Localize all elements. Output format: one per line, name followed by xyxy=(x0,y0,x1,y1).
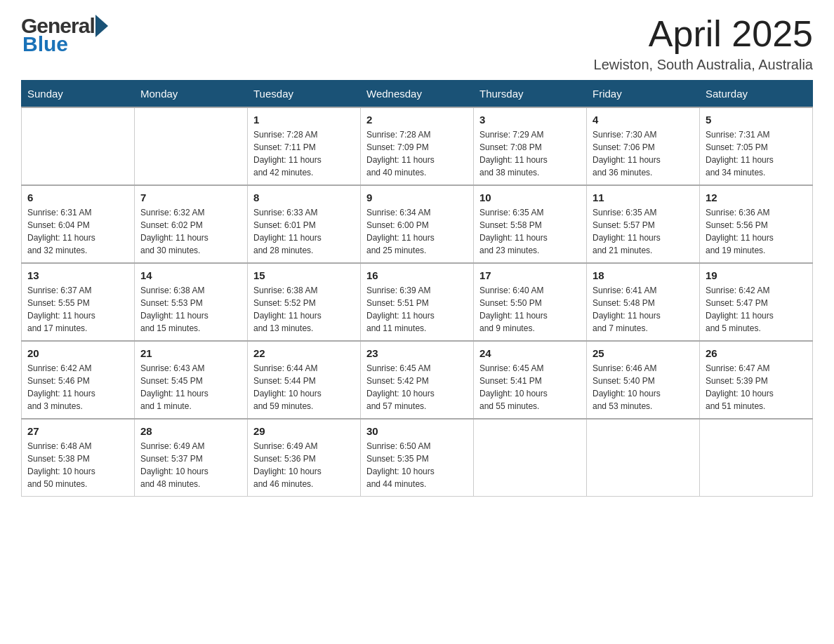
day-info: Sunrise: 6:38 AMSunset: 5:52 PMDaylight:… xyxy=(253,284,355,335)
calendar-cell xyxy=(700,419,813,497)
calendar-cell: 17Sunrise: 6:40 AMSunset: 5:50 PMDayligh… xyxy=(474,263,587,341)
day-info: Sunrise: 6:42 AMSunset: 5:47 PMDaylight:… xyxy=(706,284,807,335)
day-info: Sunrise: 6:37 AMSunset: 5:55 PMDaylight:… xyxy=(27,284,128,335)
day-number: 23 xyxy=(366,347,468,359)
calendar-cell: 26Sunrise: 6:47 AMSunset: 5:39 PMDayligh… xyxy=(700,341,813,419)
calendar-cell: 24Sunrise: 6:45 AMSunset: 5:41 PMDayligh… xyxy=(474,341,587,419)
day-number: 9 xyxy=(366,192,468,203)
logo-blue-text: Blue xyxy=(21,32,108,56)
week-row-3: 20Sunrise: 6:42 AMSunset: 5:46 PMDayligh… xyxy=(22,341,813,419)
day-info: Sunrise: 6:35 AMSunset: 5:57 PMDaylight:… xyxy=(593,206,694,257)
month-title: April 2025 xyxy=(594,14,813,54)
calendar-cell: 30Sunrise: 6:50 AMSunset: 5:35 PMDayligh… xyxy=(361,419,474,497)
calendar-cell: 19Sunrise: 6:42 AMSunset: 5:47 PMDayligh… xyxy=(700,263,813,341)
day-info: Sunrise: 6:46 AMSunset: 5:40 PMDaylight:… xyxy=(593,362,694,412)
day-info: Sunrise: 6:41 AMSunset: 5:48 PMDaylight:… xyxy=(593,284,694,335)
calendar-cell: 12Sunrise: 6:36 AMSunset: 5:56 PMDayligh… xyxy=(700,185,813,263)
day-number: 20 xyxy=(27,347,128,359)
day-number: 7 xyxy=(140,192,241,203)
day-number: 11 xyxy=(593,192,694,203)
day-number: 18 xyxy=(593,269,694,281)
col-monday: Monday xyxy=(135,81,248,108)
week-row-1: 6Sunrise: 6:31 AMSunset: 6:04 PMDaylight… xyxy=(22,185,813,263)
calendar-cell xyxy=(22,107,135,185)
calendar-cell: 28Sunrise: 6:49 AMSunset: 5:37 PMDayligh… xyxy=(135,419,248,497)
calendar-cell: 25Sunrise: 6:46 AMSunset: 5:40 PMDayligh… xyxy=(587,341,700,419)
week-row-4: 27Sunrise: 6:48 AMSunset: 5:38 PMDayligh… xyxy=(22,419,813,497)
day-number: 14 xyxy=(140,269,241,281)
day-info: Sunrise: 7:28 AMSunset: 7:09 PMDaylight:… xyxy=(366,128,468,179)
day-number: 17 xyxy=(479,269,581,281)
calendar-cell xyxy=(587,419,700,497)
day-info: Sunrise: 6:42 AMSunset: 5:46 PMDaylight:… xyxy=(27,362,128,412)
week-row-2: 13Sunrise: 6:37 AMSunset: 5:55 PMDayligh… xyxy=(22,263,813,341)
calendar-cell: 11Sunrise: 6:35 AMSunset: 5:57 PMDayligh… xyxy=(587,185,700,263)
calendar-cell: 2Sunrise: 7:28 AMSunset: 7:09 PMDaylight… xyxy=(361,107,474,185)
day-number: 27 xyxy=(27,425,128,437)
calendar-cell: 6Sunrise: 6:31 AMSunset: 6:04 PMDaylight… xyxy=(22,185,135,263)
day-number: 21 xyxy=(140,347,241,359)
day-info: Sunrise: 7:29 AMSunset: 7:08 PMDaylight:… xyxy=(479,128,581,179)
day-info: Sunrise: 6:49 AMSunset: 5:37 PMDaylight:… xyxy=(140,440,241,490)
calendar-cell: 9Sunrise: 6:34 AMSunset: 6:00 PMDaylight… xyxy=(361,185,474,263)
title-section: April 2025 Lewiston, South Australia, Au… xyxy=(594,14,813,73)
calendar-cell: 27Sunrise: 6:48 AMSunset: 5:38 PMDayligh… xyxy=(22,419,135,497)
col-wednesday: Wednesday xyxy=(361,81,474,108)
day-info: Sunrise: 6:39 AMSunset: 5:51 PMDaylight:… xyxy=(366,284,468,335)
day-info: Sunrise: 6:49 AMSunset: 5:36 PMDaylight:… xyxy=(253,440,355,490)
day-info: Sunrise: 7:30 AMSunset: 7:06 PMDaylight:… xyxy=(593,128,694,179)
day-info: Sunrise: 7:28 AMSunset: 7:11 PMDaylight:… xyxy=(253,128,355,179)
day-number: 10 xyxy=(479,192,581,203)
day-info: Sunrise: 6:45 AMSunset: 5:42 PMDaylight:… xyxy=(366,362,468,412)
calendar-cell: 13Sunrise: 6:37 AMSunset: 5:55 PMDayligh… xyxy=(22,263,135,341)
day-number: 6 xyxy=(27,192,128,203)
calendar-cell: 15Sunrise: 6:38 AMSunset: 5:52 PMDayligh… xyxy=(248,263,361,341)
day-number: 19 xyxy=(706,269,807,281)
logo: General Blue xyxy=(21,14,108,56)
day-info: Sunrise: 6:34 AMSunset: 6:00 PMDaylight:… xyxy=(366,206,468,257)
calendar-cell: 18Sunrise: 6:41 AMSunset: 5:48 PMDayligh… xyxy=(587,263,700,341)
calendar-table: Sunday Monday Tuesday Wednesday Thursday… xyxy=(21,80,813,497)
day-number: 26 xyxy=(706,347,807,359)
location-title: Lewiston, South Australia, Australia xyxy=(594,57,813,73)
calendar-cell: 23Sunrise: 6:45 AMSunset: 5:42 PMDayligh… xyxy=(361,341,474,419)
day-info: Sunrise: 6:31 AMSunset: 6:04 PMDaylight:… xyxy=(27,206,128,257)
day-number: 29 xyxy=(253,425,355,437)
day-info: Sunrise: 6:43 AMSunset: 5:45 PMDaylight:… xyxy=(140,362,241,412)
col-thursday: Thursday xyxy=(474,81,587,108)
calendar-cell: 3Sunrise: 7:29 AMSunset: 7:08 PMDaylight… xyxy=(474,107,587,185)
calendar-cell: 1Sunrise: 7:28 AMSunset: 7:11 PMDaylight… xyxy=(248,107,361,185)
calendar-cell: 8Sunrise: 6:33 AMSunset: 6:01 PMDaylight… xyxy=(248,185,361,263)
day-number: 12 xyxy=(706,192,807,203)
day-info: Sunrise: 6:50 AMSunset: 5:35 PMDaylight:… xyxy=(366,440,468,490)
day-number: 2 xyxy=(366,114,468,126)
day-info: Sunrise: 6:36 AMSunset: 5:56 PMDaylight:… xyxy=(706,206,807,257)
calendar-header-row: Sunday Monday Tuesday Wednesday Thursday… xyxy=(22,81,813,108)
day-number: 13 xyxy=(27,269,128,281)
col-saturday: Saturday xyxy=(700,81,813,108)
calendar-cell: 21Sunrise: 6:43 AMSunset: 5:45 PMDayligh… xyxy=(135,341,248,419)
calendar-cell: 14Sunrise: 6:38 AMSunset: 5:53 PMDayligh… xyxy=(135,263,248,341)
page-header: General Blue April 2025 Lewiston, South … xyxy=(21,14,813,73)
day-number: 16 xyxy=(366,269,468,281)
calendar-cell: 5Sunrise: 7:31 AMSunset: 7:05 PMDaylight… xyxy=(700,107,813,185)
col-tuesday: Tuesday xyxy=(248,81,361,108)
day-info: Sunrise: 6:44 AMSunset: 5:44 PMDaylight:… xyxy=(253,362,355,412)
day-info: Sunrise: 6:32 AMSunset: 6:02 PMDaylight:… xyxy=(140,206,241,257)
calendar-cell: 20Sunrise: 6:42 AMSunset: 5:46 PMDayligh… xyxy=(22,341,135,419)
calendar-cell: 7Sunrise: 6:32 AMSunset: 6:02 PMDaylight… xyxy=(135,185,248,263)
day-info: Sunrise: 6:48 AMSunset: 5:38 PMDaylight:… xyxy=(27,440,128,490)
day-info: Sunrise: 6:45 AMSunset: 5:41 PMDaylight:… xyxy=(479,362,581,412)
calendar-cell: 29Sunrise: 6:49 AMSunset: 5:36 PMDayligh… xyxy=(248,419,361,497)
calendar-cell: 4Sunrise: 7:30 AMSunset: 7:06 PMDaylight… xyxy=(587,107,700,185)
day-number: 5 xyxy=(706,114,807,126)
day-number: 22 xyxy=(253,347,355,359)
col-sunday: Sunday xyxy=(22,81,135,108)
col-friday: Friday xyxy=(587,81,700,108)
day-number: 3 xyxy=(479,114,581,126)
day-number: 8 xyxy=(253,192,355,203)
day-info: Sunrise: 6:40 AMSunset: 5:50 PMDaylight:… xyxy=(479,284,581,335)
day-info: Sunrise: 6:47 AMSunset: 5:39 PMDaylight:… xyxy=(706,362,807,412)
week-row-0: 1Sunrise: 7:28 AMSunset: 7:11 PMDaylight… xyxy=(22,107,813,185)
day-number: 30 xyxy=(366,425,468,437)
